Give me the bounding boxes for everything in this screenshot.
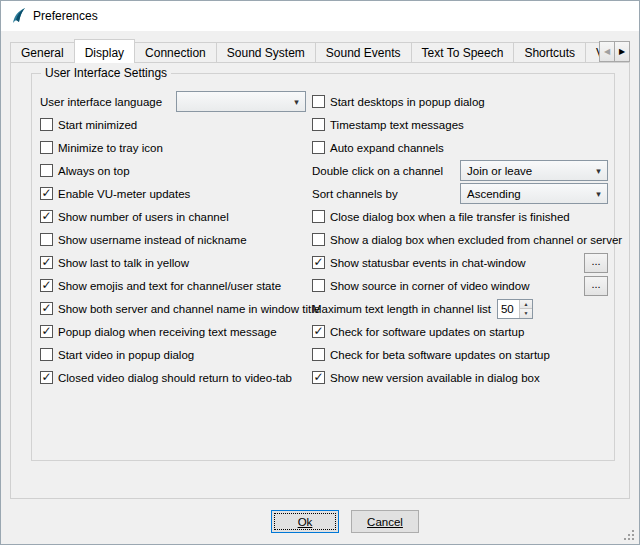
spin-down-button[interactable]: ▼ (520, 308, 532, 318)
tab-scroll-right-icon: ▶ (619, 47, 625, 56)
sort-channels-dropdown[interactable]: Ascending ▾ (460, 183, 608, 204)
checkbox-label: Close dialog box when a file transfer is… (330, 211, 570, 223)
titlebar[interactable]: Preferences (1, 1, 639, 31)
checkbox-start-desktops-in-popup-dialog[interactable]: ✓ Start desktops in popup dialog (312, 90, 608, 113)
checkbox-auto-expand-channels[interactable]: ✓ Auto expand channels (312, 136, 608, 159)
checkbox-label: Closed video dialog should return to vid… (58, 372, 292, 384)
tab-sound-system[interactable]: Sound System (216, 42, 316, 63)
resize-grip[interactable] (622, 527, 635, 540)
checkbox-label: Start desktops in popup dialog (330, 96, 485, 108)
checkbox-show-number-of-users-in-channel[interactable]: ✓ Show number of users in channel (40, 205, 306, 228)
checkbox-label: Show new version available in dialog box (330, 372, 540, 384)
double-click-value: Join or leave (461, 165, 590, 177)
checkbox-label: Show username instead of nickname (58, 234, 247, 246)
max-text-length-spinner[interactable]: 50 ▲ ▼ (497, 299, 533, 319)
double-click-label: Double click on a channel (312, 165, 443, 177)
chevron-down-icon: ▾ (590, 166, 607, 176)
tab-scroll-left-icon: ◀ (604, 47, 610, 56)
checkbox-timestamp-text-messages[interactable]: ✓ Timestamp text messages (312, 113, 608, 136)
sort-channels-row: Sort channels by Ascending ▾ (312, 182, 608, 205)
tab-bar: General Display Connection Sound System … (10, 39, 600, 63)
checkbox-minimize-to-tray-icon[interactable]: ✓ Minimize to tray icon (40, 136, 306, 159)
double-click-row: Double click on a channel Join or leave … (312, 159, 608, 182)
checkmark-icon: ✓ (41, 279, 51, 291)
checkbox-show-statusbar-events[interactable]: ✓ Show statusbar events in chat-window .… (312, 251, 608, 274)
tab-pane: User Interface Settings User interface l… (10, 62, 630, 499)
max-text-length-label: Maximum text length in channel list (312, 303, 491, 315)
checkbox-label: Check for software updates on startup (330, 326, 524, 338)
tab-strip: General Display Connection Sound System … (10, 39, 630, 63)
checkbox-show-last-to-talk-in-yellow[interactable]: ✓ Show last to talk in yellow (40, 251, 306, 274)
spin-down-icon: ▼ (523, 310, 528, 316)
checkbox-label: Show source in corner of video window (330, 280, 529, 292)
statusbar-events-more-button[interactable]: ... (584, 253, 608, 273)
tab-sound-events[interactable]: Sound Events (315, 42, 412, 63)
tab-video[interactable]: Video (585, 42, 600, 63)
checkbox-label: Enable VU-meter updates (58, 188, 190, 200)
checkbox-show-new-version-dialog[interactable]: ✓ Show new version available in dialog b… (312, 366, 608, 389)
tab-shortcuts[interactable]: Shortcuts (513, 42, 586, 63)
preferences-dialog: Preferences General Display Connection S… (0, 0, 640, 545)
tab-scroll-left-button[interactable]: ◀ (599, 41, 615, 62)
app-icon (9, 7, 27, 25)
checkbox-label: Auto expand channels (330, 142, 444, 154)
checkbox-show-username-instead-of-nickname[interactable]: ✓ Show username instead of nickname (40, 228, 306, 251)
group-title: User Interface Settings (41, 66, 171, 80)
video-source-more-button[interactable]: ... (584, 276, 608, 296)
language-dropdown[interactable]: ▾ (176, 91, 306, 112)
checkbox-label: Show both server and channel name in win… (58, 303, 320, 315)
checkbox-always-on-top[interactable]: ✓ Always on top (40, 159, 306, 182)
tab-connection[interactable]: Connection (134, 42, 217, 63)
checkbox-close-dialog-on-file-transfer-finished[interactable]: ✓ Close dialog box when a file transfer … (312, 205, 608, 228)
max-text-length-value: 50 (498, 300, 519, 318)
checkbox-label: Always on top (58, 165, 130, 177)
cancel-button[interactable]: Cancel (351, 510, 419, 533)
checkbox-check-beta-updates-on-startup[interactable]: ✓ Check for beta software updates on sta… (312, 343, 608, 366)
checkbox-show-video-source-corner[interactable]: ✓ Show source in corner of video window … (312, 274, 608, 297)
checkmark-icon: ✓ (313, 256, 323, 268)
checkbox-label: Start minimized (58, 119, 137, 131)
checkbox-label: Minimize to tray icon (58, 142, 163, 154)
tab-general[interactable]: General (10, 42, 75, 63)
checkbox-label: Timestamp text messages (330, 119, 464, 131)
double-click-action-dropdown[interactable]: Join or leave ▾ (460, 160, 608, 181)
checkmark-icon: ✓ (313, 325, 323, 337)
checkbox-show-server-and-channel-in-title[interactable]: ✓ Show both server and channel name in w… (40, 297, 306, 320)
sort-channels-label: Sort channels by (312, 188, 398, 200)
checkbox-closed-video-return-to-video-tab[interactable]: ✓ Closed video dialog should return to v… (40, 366, 306, 389)
checkbox-label: Show emojis and text for channel/user st… (58, 280, 281, 292)
max-text-length-row: Maximum text length in channel list 50 ▲… (312, 297, 608, 320)
right-column: ✓ Start desktops in popup dialog ✓ Times… (312, 90, 608, 389)
checkbox-start-minimized[interactable]: ✓ Start minimized (40, 113, 306, 136)
checkbox-enable-vu-meter-updates[interactable]: ✓ Enable VU-meter updates (40, 182, 306, 205)
left-column: User interface language ▾ ✓ Start minimi… (40, 90, 306, 389)
language-label: User interface language (40, 96, 162, 108)
checkmark-icon: ✓ (313, 371, 323, 383)
spin-up-button[interactable]: ▲ (520, 300, 532, 309)
checkbox-show-emojis-and-text-for-state[interactable]: ✓ Show emojis and text for channel/user … (40, 274, 306, 297)
tab-text-to-speech[interactable]: Text To Speech (411, 42, 515, 63)
chevron-down-icon: ▾ (288, 97, 305, 107)
checkmark-icon: ✓ (41, 256, 51, 268)
chevron-down-icon: ▾ (590, 189, 607, 199)
dialog-footer: Ok Cancel (1, 510, 639, 533)
checkmark-icon: ✓ (41, 371, 51, 383)
checkbox-start-video-in-popup-dialog[interactable]: ✓ Start video in popup dialog (40, 343, 306, 366)
spin-up-icon: ▲ (523, 301, 528, 307)
checkbox-label: Show last to talk in yellow (58, 257, 189, 269)
checkbox-label: Check for beta software updates on start… (330, 349, 550, 361)
checkmark-icon: ✓ (41, 302, 51, 314)
checkbox-show-dialog-when-excluded[interactable]: ✓ Show a dialog box when excluded from c… (312, 228, 608, 251)
ok-button[interactable]: Ok (271, 510, 339, 533)
checkbox-label: Show statusbar events in chat-window (330, 257, 526, 269)
tab-scroll-right-button[interactable]: ▶ (614, 41, 630, 62)
checkbox-check-updates-on-startup[interactable]: ✓ Check for software updates on startup (312, 320, 608, 343)
checkmark-icon: ✓ (41, 325, 51, 337)
checkmark-icon: ✓ (41, 210, 51, 222)
language-row: User interface language ▾ (40, 90, 306, 113)
checkmark-icon: ✓ (41, 187, 51, 199)
user-interface-settings-group: User Interface Settings User interface l… (31, 73, 615, 461)
tab-display[interactable]: Display (74, 39, 135, 63)
checkbox-label: Show a dialog box when excluded from cha… (330, 234, 622, 246)
checkbox-popup-dialog-on-text-message[interactable]: ✓ Popup dialog when receiving text messa… (40, 320, 306, 343)
